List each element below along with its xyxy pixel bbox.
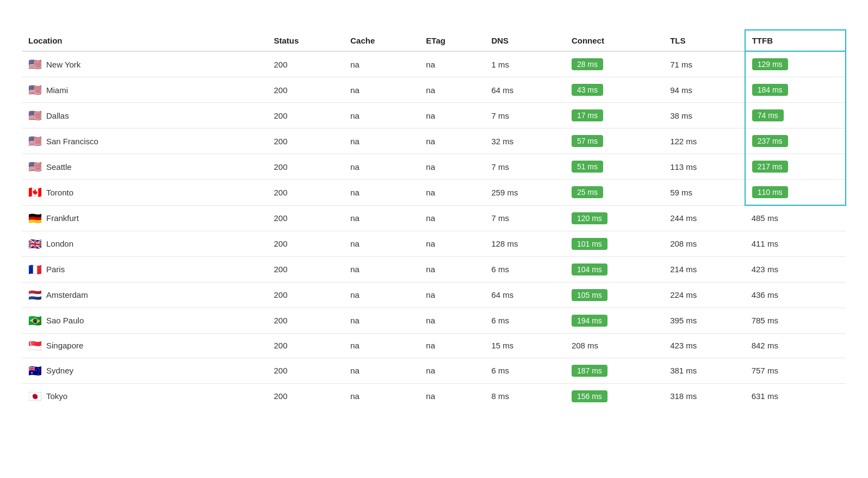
etag-cell: na [419, 282, 485, 308]
ttfb-cell: 237 ms [745, 128, 846, 154]
col-header-location: Location [22, 30, 267, 51]
location-cell: 🇨🇦Toronto [22, 180, 267, 206]
etag-cell: na [419, 383, 485, 409]
tls-cell: 423 ms [664, 333, 745, 358]
connect-badge: 105 ms [572, 289, 607, 301]
flag-icon: 🇺🇸 [28, 84, 42, 95]
etag-cell: na [419, 128, 485, 154]
etag-cell: na [419, 77, 485, 103]
location-cell: 🇦🇺Sydney [22, 358, 267, 383]
etag-cell: na [419, 103, 485, 128]
dns-cell: 8 ms [485, 383, 565, 409]
col-header-etag: ETag [419, 30, 485, 51]
tls-cell: 214 ms [664, 256, 745, 282]
dns-cell: 128 ms [485, 231, 565, 256]
tls-cell: 208 ms [664, 231, 745, 256]
table-row: 🇦🇺Sydney200nana6 ms187 ms381 ms757 ms [22, 358, 846, 383]
table-row: 🇺🇸Dallas200nana7 ms17 ms38 ms74 ms [22, 103, 846, 128]
cache-cell: na [344, 205, 419, 231]
ttfb-badge: 110 ms [752, 186, 788, 198]
connect-cell: 105 ms [565, 282, 664, 308]
location-name: Dallas [46, 111, 69, 120]
cache-cell: na [344, 51, 419, 77]
location-cell: 🇺🇸San Francisco [22, 128, 267, 154]
location-name: Seattle [46, 162, 72, 171]
tls-cell: 71 ms [664, 51, 745, 77]
status-cell: 200 [267, 308, 344, 333]
col-header-tls: TLS [664, 30, 745, 51]
cache-cell: na [344, 231, 419, 256]
connect-cell: 28 ms [565, 51, 664, 77]
connect-badge: 25 ms [572, 186, 603, 198]
dns-cell: 6 ms [485, 256, 565, 282]
etag-cell: na [419, 51, 485, 77]
tls-cell: 59 ms [664, 180, 745, 206]
location-name: Miami [46, 85, 68, 95]
location-name: Amsterdam [46, 290, 88, 299]
dns-cell: 64 ms [485, 282, 565, 308]
connect-badge: 57 ms [572, 135, 603, 147]
location-name: Singapore [46, 341, 83, 350]
ttfb-badge: 184 ms [752, 84, 788, 96]
location-name: Toronto [46, 188, 73, 197]
ttfb-cell: 74 ms [745, 103, 846, 128]
dns-cell: 32 ms [485, 128, 565, 154]
etag-cell: na [419, 231, 485, 256]
location-cell: 🇯🇵Tokyo [22, 383, 267, 409]
cache-cell: na [344, 103, 419, 128]
tls-cell: 244 ms [664, 205, 745, 231]
tls-cell: 318 ms [664, 383, 745, 409]
status-cell: 200 [267, 180, 344, 206]
connect-cell: 57 ms [565, 128, 664, 154]
flag-icon: 🇩🇪 [28, 213, 42, 224]
tls-cell: 395 ms [664, 308, 745, 333]
connect-badge: 28 ms [572, 58, 603, 70]
table-row: 🇧🇷Sao Paulo200nana6 ms194 ms395 ms785 ms [22, 308, 846, 333]
location-cell: 🇺🇸New York [22, 51, 267, 77]
flag-icon: 🇺🇸 [28, 161, 42, 172]
ttfb-badge: 74 ms [752, 109, 784, 121]
table-row: 🇸🇬Singapore200nana15 ms208 ms423 ms842 m… [22, 333, 846, 358]
ttfb-cell: 436 ms [745, 282, 846, 308]
connect-cell: 120 ms [565, 205, 664, 231]
status-cell: 200 [267, 154, 344, 180]
flag-icon: 🇬🇧 [28, 238, 42, 249]
table-row: 🇨🇦Toronto200nana259 ms25 ms59 ms110 ms [22, 180, 846, 206]
cache-cell: na [344, 77, 419, 103]
location-name: Frankfurt [46, 213, 79, 223]
tls-cell: 122 ms [664, 128, 745, 154]
connect-badge: 187 ms [572, 365, 607, 377]
connect-badge: 194 ms [572, 315, 607, 327]
connect-badge: 104 ms [572, 263, 607, 275]
connect-badge: 120 ms [572, 212, 607, 224]
location-cell: 🇩🇪Frankfurt [22, 205, 267, 231]
tls-cell: 38 ms [664, 103, 745, 128]
location-name: San Francisco [46, 137, 98, 146]
etag-cell: na [419, 308, 485, 333]
cache-cell: na [344, 308, 419, 333]
location-name: Sao Paulo [46, 316, 84, 325]
connect-badge: 17 ms [572, 109, 603, 121]
cache-cell: na [344, 180, 419, 206]
status-cell: 200 [267, 333, 344, 358]
tls-cell: 224 ms [664, 282, 745, 308]
ttfb-badge: 217 ms [752, 161, 788, 173]
status-cell: 200 [267, 51, 344, 77]
location-name: Paris [46, 265, 65, 274]
dns-cell: 1 ms [485, 51, 565, 77]
etag-cell: na [419, 154, 485, 180]
location-name: New York [46, 60, 80, 69]
location-name: London [46, 239, 73, 248]
location-name: Tokyo [46, 391, 67, 401]
location-cell: 🇺🇸Miami [22, 77, 267, 103]
ttfb-badge: 237 ms [752, 135, 788, 147]
flag-icon: 🇺🇸 [28, 110, 42, 121]
connect-cell: 208 ms [565, 333, 664, 358]
connect-cell: 51 ms [565, 154, 664, 180]
location-cell: 🇸🇬Singapore [22, 333, 267, 358]
status-cell: 200 [267, 103, 344, 128]
connect-badge: 156 ms [572, 390, 607, 402]
dns-cell: 64 ms [485, 77, 565, 103]
cache-cell: na [344, 154, 419, 180]
table-row: 🇳🇱Amsterdam200nana64 ms105 ms224 ms436 m… [22, 282, 846, 308]
